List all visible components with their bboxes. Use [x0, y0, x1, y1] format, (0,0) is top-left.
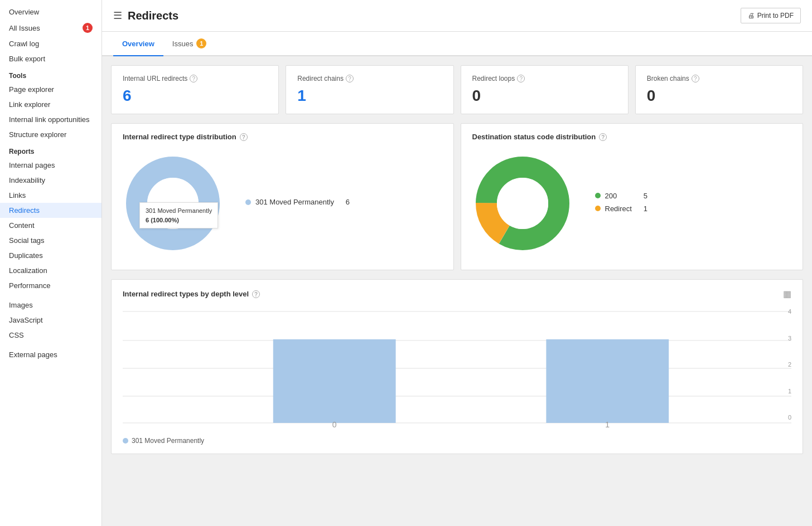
legend-dot-200	[595, 193, 601, 198]
sidebar-item-performance[interactable]: Performance	[0, 278, 102, 293]
sidebar-item-external-pages[interactable]: External pages	[0, 347, 102, 362]
content-area: Internal URL redirects ? 6 Redirect chai…	[102, 56, 812, 472]
svg-point-1	[147, 178, 199, 229]
donut-left-svg	[123, 153, 223, 254]
sidebar-item-link-explorer[interactable]: Link explorer	[0, 97, 102, 112]
help-icon-redirect-chains[interactable]: ?	[346, 75, 354, 82]
destination-status-code-chart: Destination status code distribution ?	[461, 123, 804, 270]
tools-section-label: Tools	[0, 66, 102, 82]
svg-point-4	[497, 178, 548, 229]
tab-issues[interactable]: Issues 1	[163, 32, 216, 56]
sidebar-item-images[interactable]: Images	[0, 298, 102, 313]
stat-value-redirect-loops: 0	[472, 87, 617, 105]
sidebar-item-indexability[interactable]: Indexability	[0, 173, 102, 188]
sidebar-all-issues-label: All Issues	[9, 24, 40, 32]
sidebar-item-content[interactable]: Content	[0, 218, 102, 233]
stats-row: Internal URL redirects ? 6 Redirect chai…	[111, 65, 803, 114]
legend-item-200: 200 5	[595, 192, 647, 200]
bar-0	[273, 339, 396, 423]
sidebar-item-crawl-log[interactable]: Crawl log	[0, 36, 102, 51]
print-icon: 🖨	[748, 12, 755, 20]
help-icon-redirect-loops[interactable]: ?	[517, 75, 525, 82]
all-issues-badge: 1	[83, 23, 93, 33]
stat-value-internal-url-redirects: 6	[123, 87, 267, 105]
donut-right-svg	[472, 153, 573, 254]
help-icon-internal-url[interactable]: ?	[190, 75, 197, 82]
sidebar-overview-label: Overview	[9, 8, 39, 16]
sidebar-item-overview[interactable]: Overview	[0, 4, 102, 20]
stat-value-broken-chains: 0	[647, 87, 791, 105]
reports-section-label: Reports	[0, 142, 102, 158]
legend-dot-301	[245, 199, 251, 205]
stat-title-redirect-chains: Redirect chains ?	[297, 75, 442, 82]
destination-status-code-title: Destination status code distribution ?	[472, 133, 792, 141]
sidebar-item-all-issues[interactable]: All Issues 1	[0, 20, 102, 36]
tab-overview[interactable]: Overview	[113, 32, 163, 56]
sidebar-item-css[interactable]: CSS	[0, 328, 102, 343]
sidebar-crawl-log-label: Crawl log	[9, 40, 39, 48]
legend-item-301: 301 Moved Permanently 6	[245, 198, 350, 206]
bar-chart-expand-icon[interactable]: ▦	[783, 289, 791, 299]
legend-dot-redirect	[595, 206, 601, 211]
donut-charts-row: Internal redirect type distribution ?	[111, 123, 803, 270]
hamburger-icon[interactable]: ☰	[113, 9, 122, 22]
legend-item-redirect: Redirect 1	[595, 204, 647, 213]
help-icon-donut-right[interactable]: ?	[599, 133, 607, 141]
sidebar-item-duplicates[interactable]: Duplicates	[0, 248, 102, 263]
donut-left-legend: 301 Moved Permanently 6	[245, 198, 350, 211]
sidebar-item-page-explorer[interactable]: Page explorer	[0, 82, 102, 97]
print-to-pdf-button[interactable]: 🖨 Print to PDF	[741, 8, 801, 23]
sidebar-item-bulk-export[interactable]: Bulk export	[0, 51, 102, 66]
stat-title-internal-url-redirects: Internal URL redirects ?	[123, 75, 267, 82]
sidebar: Overview All Issues 1 Crawl log Bulk exp…	[0, 0, 102, 526]
stat-card-internal-url-redirects: Internal URL redirects ? 6	[111, 65, 279, 114]
help-icon-donut-left[interactable]: ?	[240, 133, 248, 141]
help-icon-bar[interactable]: ?	[252, 290, 260, 298]
bar-chart-svg: 0 1	[123, 306, 791, 428]
sidebar-item-redirects[interactable]: Redirects	[0, 203, 102, 218]
sidebar-bulk-export-label: Bulk export	[9, 55, 45, 63]
bar-chart-header: Internal redirect types by depth level ?…	[123, 289, 791, 299]
internal-redirect-type-chart: Internal redirect type distribution ?	[111, 123, 454, 270]
internal-redirect-type-title: Internal redirect type distribution ?	[123, 133, 442, 141]
sidebar-item-structure-explorer[interactable]: Structure explorer	[0, 127, 102, 142]
help-icon-broken-chains[interactable]: ?	[692, 75, 699, 82]
bar-chart-legend: 301 Moved Permanently	[123, 437, 791, 445]
stat-card-redirect-loops: Redirect loops ? 0	[461, 65, 629, 114]
bar-chart-title: Internal redirect types by depth level ?	[123, 290, 260, 298]
donut-right-legend: 200 5 Redirect 1	[595, 192, 647, 217]
sidebar-item-internal-link-opp[interactable]: Internal link opportunities	[0, 112, 102, 127]
page-title: Redirects	[128, 9, 178, 22]
stat-card-broken-chains: Broken chains ? 0	[635, 65, 803, 114]
tabs-bar: Overview Issues 1	[102, 32, 812, 56]
bar-chart-area: 0 1 4 3 2 1 0	[123, 306, 791, 430]
stat-card-redirect-chains: Redirect chains ? 1	[286, 65, 453, 114]
sidebar-item-links[interactable]: Links	[0, 188, 102, 203]
x-label-1: 1	[605, 420, 610, 428]
sidebar-item-localization[interactable]: Localization	[0, 263, 102, 278]
bar-legend-dot-301	[123, 438, 128, 444]
sidebar-item-social-tags[interactable]: Social tags	[0, 233, 102, 248]
donut-left-wrapper: 301 Moved Permanently 6 (100.00%)	[123, 153, 223, 255]
sidebar-item-internal-pages[interactable]: Internal pages	[0, 158, 102, 173]
donut-right-container: 200 5 Redirect 1	[472, 148, 792, 261]
main-header: ☰ Redirects 🖨 Print to PDF	[102, 0, 812, 32]
bar-chart-card: Internal redirect types by depth level ?…	[111, 279, 803, 454]
main-content: ☰ Redirects 🖨 Print to PDF Overview Issu…	[102, 0, 812, 526]
stat-value-redirect-chains: 1	[297, 87, 442, 105]
donut-right-wrapper	[472, 153, 573, 255]
bar-1	[546, 339, 669, 423]
issues-tab-badge: 1	[196, 38, 206, 48]
stat-title-broken-chains: Broken chains ?	[647, 75, 791, 82]
x-label-0: 0	[332, 420, 337, 428]
bar-legend-label-301: 301 Moved Permanently	[132, 437, 204, 445]
sidebar-item-javascript[interactable]: JavaScript	[0, 313, 102, 328]
donut-left-container: 301 Moved Permanently 6 (100.00%) 301 Mo…	[123, 148, 442, 261]
stat-title-redirect-loops: Redirect loops ?	[472, 75, 617, 82]
